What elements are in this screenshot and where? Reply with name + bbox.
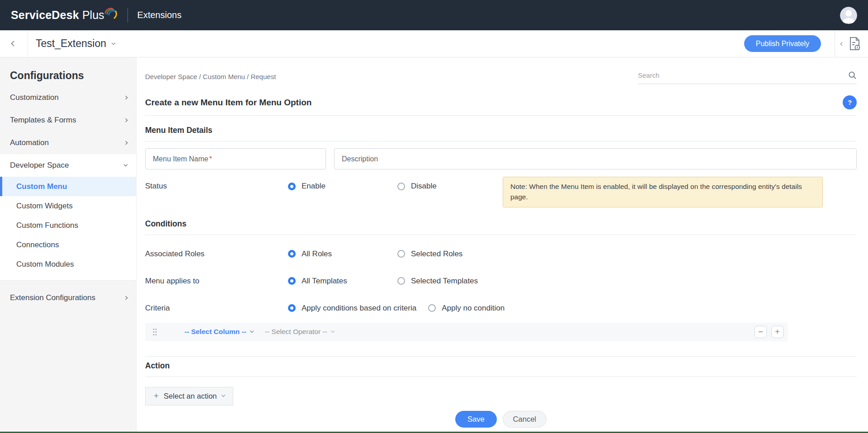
selected-templates-option[interactable]: Selected Templates — [397, 277, 478, 286]
required-asterisk: * — [209, 155, 212, 163]
menu-item-name-placeholder: Menu Item Name — [153, 155, 208, 163]
chevron-right-icon — [124, 96, 127, 99]
action-heading: Action — [145, 361, 857, 377]
chevron-right-icon — [124, 118, 127, 122]
brand-text-bold: ServiceDesk — [11, 9, 79, 22]
menu-item-details-heading: Menu Item Details — [145, 126, 857, 141]
chevron-down-icon — [221, 393, 225, 397]
enable-label: Enable — [302, 182, 326, 191]
sidebar-item-extension-configurations[interactable]: Extension Configurations — [0, 287, 136, 309]
sidebar-footer: Extension Configurations — [0, 280, 136, 433]
all-templates-label: All Templates — [302, 277, 347, 286]
search-input[interactable] — [638, 71, 848, 79]
select-operator-dropdown[interactable]: -- Select Operator -- — [265, 328, 334, 336]
select-action-label: Select an action — [164, 392, 217, 400]
topbar-divider — [127, 8, 128, 23]
sidebar-item-label: Customization — [10, 93, 59, 102]
extension-name: Test_Extension — [36, 38, 106, 50]
sidebar-title: Configurations — [0, 57, 136, 86]
select-column-dropdown[interactable]: -- Select Column -- — [184, 328, 253, 336]
breadcrumb[interactable]: Developer Space / Custom Menu / Request — [145, 71, 276, 80]
sidebar-item-custom-modules[interactable]: Custom Modules — [0, 254, 136, 274]
back-button[interactable] — [0, 30, 28, 57]
all-roles-option[interactable]: All Roles — [288, 249, 397, 259]
radio-unselected-icon[interactable] — [397, 250, 405, 258]
search-icon[interactable] — [848, 71, 857, 80]
save-button[interactable]: Save — [455, 411, 497, 428]
publish-privately-button[interactable]: Publish Privately — [744, 35, 821, 52]
all-templates-option[interactable]: All Templates — [288, 277, 397, 286]
sidebar-item-label: Extension Configurations — [10, 293, 95, 302]
remove-criteria-button[interactable]: − — [755, 326, 767, 338]
cancel-button[interactable]: Cancel — [503, 411, 547, 428]
extension-name-dropdown[interactable]: Test_Extension — [36, 38, 115, 50]
menu-item-name-input[interactable]: Menu Item Name * — [145, 148, 326, 169]
select-action-button[interactable]: + Select an action — [145, 387, 233, 405]
release-notes-icon[interactable] — [848, 36, 862, 51]
avatar-icon — [840, 7, 857, 24]
sidebar-item-templates-forms[interactable]: Templates & Forms — [0, 109, 136, 132]
description-field — [334, 148, 857, 169]
radio-selected-icon[interactable] — [288, 250, 296, 258]
all-roles-label: All Roles — [302, 249, 332, 259]
sidebar-item-custom-widgets[interactable]: Custom Widgets — [0, 196, 136, 216]
add-criteria-button[interactable]: + — [771, 326, 783, 338]
right-panel-rail — [835, 30, 868, 57]
radio-selected-icon[interactable] — [288, 277, 296, 285]
configurations-sidebar: Configurations Customization Templates &… — [0, 57, 137, 433]
radio-selected-icon[interactable] — [288, 304, 296, 312]
selected-roles-option[interactable]: Selected Roles — [397, 249, 462, 259]
radio-selected-icon[interactable] — [288, 183, 296, 190]
sidebar-subitem-label: Custom Widgets — [16, 202, 73, 211]
page-title: Create a new Menu Item for Menu Option — [145, 98, 311, 108]
top-app-bar: ServiceDesk Plus Extensions — [0, 0, 868, 30]
radio-unselected-icon[interactable] — [397, 277, 405, 285]
app-title: Extensions — [137, 10, 182, 20]
sidebar-item-automation[interactable]: Automation — [0, 132, 136, 154]
section-divider — [145, 356, 857, 357]
extension-header-bar: Test_Extension Publish Privately — [0, 30, 868, 57]
radio-unselected-icon[interactable] — [397, 183, 405, 190]
associated-roles-label: Associated Roles — [145, 249, 288, 259]
conditions-heading: Conditions — [145, 219, 857, 235]
sidebar-item-custom-menu[interactable]: Custom Menu — [0, 177, 136, 196]
brand-text-light: Plus — [82, 9, 104, 22]
apply-conditions-option[interactable]: Apply conditions based on criteria — [288, 304, 416, 313]
apply-no-condition-option[interactable]: Apply no condition — [428, 304, 505, 313]
description-input[interactable] — [342, 155, 849, 163]
apply-no-condition-label: Apply no condition — [442, 304, 505, 313]
plus-icon: + — [154, 391, 159, 401]
servicedesk-plus-logo[interactable]: ServiceDesk Plus — [11, 9, 118, 22]
sidebar-subitem-label: Connections — [16, 240, 59, 249]
criteria-row: -- Select Column -- -- Select Operator -… — [145, 323, 788, 341]
select-operator-value: -- Select Operator -- — [265, 328, 327, 336]
sidebar-subitem-label: Custom Modules — [16, 260, 74, 269]
user-avatar[interactable] — [840, 7, 857, 24]
app-window: ServiceDesk Plus Extensions Test_Extensi… — [0, 0, 868, 433]
search-field — [638, 71, 857, 84]
chevron-right-icon — [124, 296, 127, 300]
drag-handle-icon[interactable] — [152, 328, 157, 336]
sidebar-item-developer-space[interactable]: Developer Space — [0, 154, 136, 177]
selected-templates-label: Selected Templates — [411, 277, 478, 286]
sidebar-item-connections[interactable]: Connections — [0, 235, 136, 254]
logo-swirl-icon — [104, 6, 118, 19]
help-button[interactable]: ? — [843, 95, 857, 109]
panel-collapse-icon[interactable] — [840, 42, 844, 45]
status-disable-option[interactable]: Disable — [397, 182, 437, 191]
status-note: Note: When the Menu Item is enabled, it … — [503, 177, 823, 207]
status-enable-option[interactable]: Enable — [288, 182, 397, 191]
chevron-down-icon — [330, 329, 334, 333]
chevron-down-icon — [250, 329, 254, 333]
apply-conditions-label: Apply conditions based on criteria — [302, 304, 416, 313]
radio-unselected-icon[interactable] — [428, 304, 436, 312]
selected-roles-label: Selected Roles — [411, 249, 462, 259]
sidebar-item-label: Automation — [10, 138, 49, 147]
sidebar-item-label: Templates & Forms — [10, 116, 76, 125]
main-content: Developer Space / Custom Menu / Request … — [137, 57, 868, 433]
sidebar-item-custom-functions[interactable]: Custom Functions — [0, 216, 136, 235]
sidebar-item-customization[interactable]: Customization — [0, 86, 136, 109]
sidebar-subitem-label: Custom Functions — [16, 221, 78, 230]
sidebar-item-label: Developer Space — [10, 161, 69, 170]
disable-label: Disable — [411, 182, 437, 191]
